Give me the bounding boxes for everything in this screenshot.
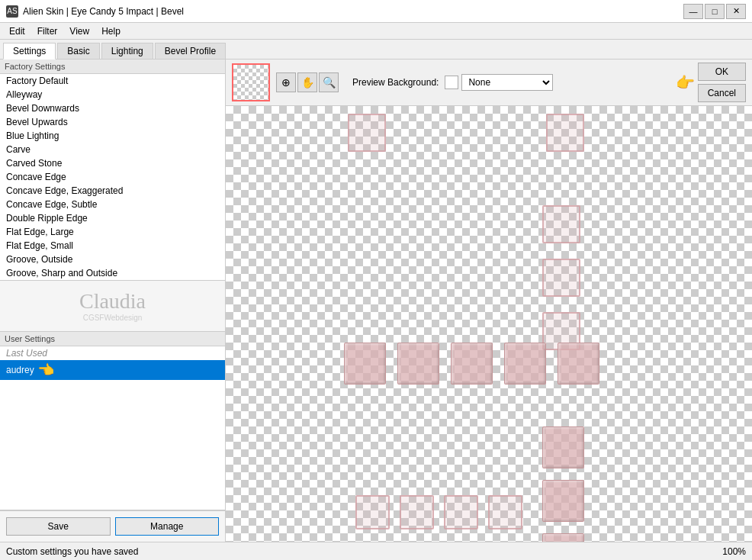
menu-bar: Edit Filter View Help (0, 23, 752, 40)
user-section-label: User Settings (0, 332, 225, 346)
bevel-square (451, 343, 493, 385)
bevel-square (488, 495, 522, 529)
menu-help[interactable]: Help (95, 24, 127, 38)
color-swatch[interactable] (445, 76, 458, 89)
status-message: Custom settings you have saved (6, 546, 138, 557)
status-bar: Custom settings you have saved 100% (0, 542, 752, 560)
zoom-tool-button[interactable]: 🔍 (319, 72, 339, 92)
bevel-square (355, 495, 390, 529)
manage-button[interactable]: Manage (115, 517, 220, 536)
bevel-square (400, 495, 434, 529)
list-item[interactable]: Concave Edge (0, 170, 225, 184)
list-item[interactable]: Alleyway (0, 88, 225, 101)
ok-button[interactable]: OK (698, 63, 746, 81)
tab-basic[interactable]: Basic (57, 43, 99, 59)
list-item[interactable]: Flat Edge, Large (0, 225, 225, 239)
preset-list-container[interactable]: Factory Default Alleyway Bevel Downwards… (0, 74, 225, 280)
move-tool-button[interactable]: ⊕ (276, 72, 296, 92)
window-controls: — □ ✕ (683, 4, 746, 19)
list-item[interactable]: Double Ripple Edge (0, 211, 225, 225)
preset-list: Factory Default Alleyway Bevel Downwards… (0, 74, 225, 280)
window-title: Alien Skin | Eye Candy 5 Impact | Bevel (23, 6, 184, 17)
hand-tool-button[interactable]: ✋ (297, 72, 317, 92)
tab-bevel-profile[interactable]: Bevel Profile (155, 43, 226, 59)
bevel-square (348, 114, 386, 152)
list-item-last-used: Last Used (0, 346, 225, 360)
list-item[interactable]: Concave Edge, Exaggerated (0, 184, 225, 198)
list-item[interactable]: Carve (0, 143, 225, 156)
main-content: Factory Settings Factory Default Alleywa… (0, 60, 752, 542)
menu-edit[interactable]: Edit (3, 24, 31, 38)
left-panel: Factory Settings Factory Default Alleywa… (0, 60, 226, 542)
title-bar: AS Alien Skin | Eye Candy 5 Impact | Bev… (0, 0, 752, 23)
cancel-button[interactable]: Cancel (698, 84, 746, 102)
bevel-square (542, 533, 584, 542)
user-settings-section: User Settings Last Used audrey 👈 (0, 332, 225, 510)
preview-tools: ⊕ ✋ 🔍 (276, 72, 339, 92)
zoom-icon: 🔍 (323, 76, 336, 89)
ok-cancel-area: 👉 OK Cancel (676, 63, 746, 102)
preview-bg-select[interactable]: None White Black Custom (461, 74, 553, 91)
list-item[interactable]: Blue Lighting (0, 129, 225, 143)
bevel-square (542, 205, 580, 243)
user-list-container[interactable]: Last Used audrey 👈 (0, 346, 225, 510)
list-item[interactable]: Flat Edge, Small (0, 239, 225, 253)
menu-view[interactable]: View (63, 24, 95, 38)
bevel-square (444, 495, 478, 529)
factory-section-label: Factory Settings (0, 60, 225, 74)
list-item[interactable]: Bevel Downwards (0, 101, 225, 115)
bevel-square (397, 343, 439, 385)
save-button[interactable]: Save (6, 517, 111, 536)
preview-bg-label: Preview Background: (352, 77, 439, 88)
list-item[interactable]: Factory Default (0, 74, 225, 88)
bevel-square (542, 259, 580, 297)
bevel-square (344, 343, 386, 385)
audrey-label: audrey (6, 365, 34, 375)
preview-panel: ⊕ ✋ 🔍 Preview Background: None White Bla… (226, 60, 752, 542)
maximize-button[interactable]: □ (705, 4, 725, 19)
tab-bar: Settings Basic Lighting Bevel Profile (0, 40, 752, 60)
bevel-square (542, 426, 584, 468)
factory-preset-section: Factory Settings Factory Default Alleywa… (0, 60, 225, 281)
list-item[interactable]: Concave Edge, Subtle (0, 198, 225, 211)
hand-icon: ✋ (301, 76, 314, 89)
ok-hand-icon: 👉 (676, 73, 695, 92)
preview-area[interactable] (226, 106, 752, 542)
watermark: Claudia CGSFWebdesign (79, 290, 146, 322)
list-item[interactable]: Groove, Sharp and Outside (0, 266, 225, 280)
bevel-square (546, 114, 584, 152)
bevel-square (504, 343, 546, 385)
zoom-level: 100% (722, 546, 746, 557)
list-item-audrey[interactable]: audrey 👈 (0, 360, 225, 380)
bevel-square (542, 480, 584, 522)
tab-settings[interactable]: Settings (3, 43, 56, 60)
close-button[interactable]: ✕ (726, 4, 746, 19)
pointing-hand-icon: 👈 (37, 362, 54, 378)
list-item[interactable]: Groove, Outside (0, 253, 225, 266)
user-list: Last Used audrey 👈 (0, 346, 225, 380)
app-icon: AS (6, 5, 18, 18)
arrows-icon: ⊕ (281, 76, 291, 89)
preview-thumbnail (232, 63, 270, 101)
list-item[interactable]: Bevel Upwards (0, 115, 225, 129)
preview-toolbar: ⊕ ✋ 🔍 Preview Background: None White Bla… (226, 60, 752, 106)
watermark-area: Claudia CGSFWebdesign (0, 281, 225, 332)
bottom-button-row: Save Manage (0, 510, 225, 542)
tab-lighting[interactable]: Lighting (101, 43, 153, 59)
minimize-button[interactable]: — (683, 4, 703, 19)
menu-filter[interactable]: Filter (31, 24, 64, 38)
list-item[interactable]: Carved Stone (0, 156, 225, 170)
bevel-square (558, 343, 599, 385)
